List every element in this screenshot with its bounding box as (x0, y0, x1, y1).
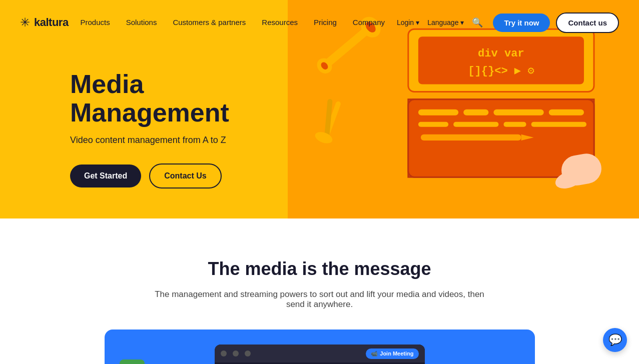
join-meeting-button[interactable]: 📹 Join Meeting (366, 348, 418, 359)
logo-link[interactable]: ✳ kaltura (20, 16, 69, 30)
section-heading: The media is the message (20, 258, 619, 280)
meeting-mock: 📹 Join Meeting (105, 330, 535, 364)
meeting-dot-1 (221, 350, 227, 356)
logo-star-icon: ✳ (20, 16, 30, 30)
search-icon[interactable]: 🔍 (472, 17, 483, 28)
nav-company[interactable]: Company (353, 18, 385, 26)
contact-us-hero-button[interactable]: Contact Us (149, 164, 221, 188)
language-chevron-icon: ▾ (460, 18, 464, 26)
video-icon: 📹 (371, 350, 378, 357)
meeting-dot-3 (245, 350, 251, 356)
navigation: ✳ kaltura Products Solutions Customers &… (0, 0, 639, 45)
nav-links: Products Solutions Customers & partners … (80, 18, 385, 27)
hero-buttons: Get Started Contact Us (70, 164, 280, 188)
nav-customers-partners[interactable]: Customers & partners (173, 18, 246, 26)
nav-pricing[interactable]: Pricing (314, 18, 337, 26)
brand-name: kaltura (34, 16, 69, 29)
contact-us-nav-button[interactable]: Contact us (556, 12, 619, 33)
nav-right-area: Login ▾ Language ▾ 🔍 Try it now Contact … (397, 12, 619, 33)
media-message-section: The media is the message The management … (0, 218, 639, 364)
get-started-button[interactable]: Get Started (70, 164, 141, 188)
hero-title: Media Management (70, 70, 280, 127)
language-link[interactable]: Language ▾ (427, 18, 464, 26)
nav-meta: Login ▾ Language ▾ 🔍 (397, 17, 483, 28)
hero-subtitle: Video content management from A to Z (70, 135, 280, 146)
login-link[interactable]: Login ▾ (397, 18, 419, 26)
nav-resources[interactable]: Resources (262, 18, 298, 26)
nav-solutions[interactable]: Solutions (126, 18, 157, 26)
meeting-main-window: 📹 Join Meeting (215, 344, 425, 364)
section-description: The management and streaming powers to s… (145, 290, 495, 310)
login-chevron-icon: ▾ (416, 18, 419, 26)
chat-bubble-button[interactable]: 💬 (603, 328, 627, 352)
meeting-topbar: 📹 Join Meeting (215, 344, 425, 362)
meeting-dot-2 (233, 350, 239, 356)
try-it-now-button[interactable]: Try it now (493, 14, 550, 32)
chat-bubble-icon: 💬 (608, 334, 622, 346)
meeting-sidebar-left (120, 360, 145, 364)
nav-products[interactable]: Products (80, 18, 110, 26)
meeting-mockup-container: 📹 Join Meeting (105, 330, 535, 364)
